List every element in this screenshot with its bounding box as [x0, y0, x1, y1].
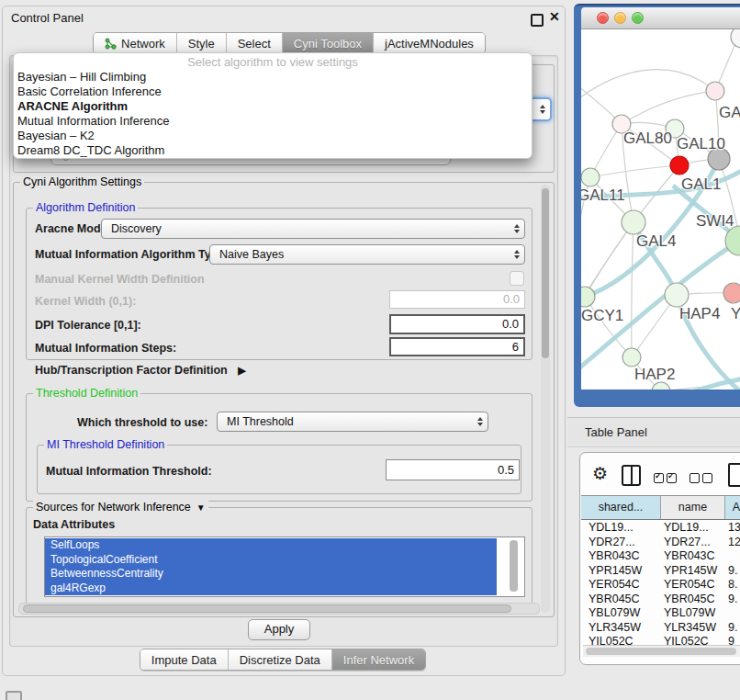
settings-hscrollbar[interactable]	[18, 603, 540, 615]
table-row[interactable]: YER054CYER054C8.	[581, 578, 740, 593]
traffic-lights	[597, 12, 644, 24]
table-cell: 9	[728, 635, 734, 645]
attribute-item[interactable]: SelfLoops	[45, 538, 497, 553]
node-label: GAL10	[677, 135, 725, 152]
settings-scrollbar[interactable]	[541, 185, 550, 613]
table-row[interactable]: YBR045CYBR045C9.	[581, 593, 740, 607]
table-cell: 12	[728, 536, 740, 550]
data-attributes-list[interactable]: SelfLoopsTopologicalCoefficientBetweenne…	[44, 536, 525, 597]
float-panel-icon[interactable]	[531, 14, 544, 27]
tab-infer-network[interactable]: Infer Network	[332, 649, 425, 670]
table-hscrollbar[interactable]	[583, 645, 740, 657]
tab-jactivemnodules[interactable]: jActiveMNodules	[374, 33, 485, 53]
minimize-button[interactable]	[614, 12, 626, 24]
table-row[interactable]: YDL19...YDL19...13	[581, 521, 740, 536]
spinner-icon	[514, 224, 520, 233]
tab-select[interactable]: Select	[227, 33, 283, 53]
network-node-gal-partial[interactable]	[706, 82, 724, 100]
hscrollbar-thumb[interactable]	[23, 604, 511, 613]
threshold-definition-title: Threshold Definition	[33, 387, 140, 400]
attribute-item[interactable]: gal4RGexp	[45, 581, 497, 596]
network-node-HAP4[interactable]	[665, 283, 689, 307]
new-column-icon[interactable]	[728, 463, 740, 487]
aracne-mode-select[interactable]: Discovery	[101, 219, 525, 239]
column-header[interactable]: shared...	[581, 496, 661, 519]
table-cell: 8.	[728, 578, 737, 593]
docked-panel-icon[interactable]	[6, 691, 22, 700]
split-columns-icon[interactable]	[622, 465, 641, 486]
table-row[interactable]: YPR145WYPR145W9.	[581, 564, 740, 579]
column-header[interactable]: name	[661, 496, 725, 519]
network-edge	[590, 165, 679, 177]
apply-button[interactable]: Apply	[248, 619, 310, 640]
algorithm-option[interactable]: Dream8 DC_TDC Algorithm	[14, 143, 532, 158]
network-node-GAL11[interactable]	[581, 168, 600, 186]
table-cell: YPR145W	[589, 564, 642, 579]
tab-label: Infer Network	[343, 653, 414, 667]
table-cell: YBL079W	[589, 606, 640, 621]
kernel-width-field[interactable]: 0.0	[389, 290, 525, 309]
close-button[interactable]	[597, 12, 609, 24]
table-row[interactable]: YLR345WYLR345W9.	[581, 621, 740, 636]
close-icon[interactable]: ✕	[549, 9, 560, 24]
attribute-item[interactable]: TopologicalCoefficient	[45, 553, 497, 568]
table-row[interactable]: YDR27...YDR27...12	[581, 536, 740, 550]
list-scrollbar-thumb[interactable]	[510, 540, 518, 592]
mi-steps-field[interactable]: 6	[389, 337, 525, 356]
application-window: Control Panel ✕ NetworkStyleSelectCyni T…	[0, 0, 740, 700]
collapse-arrow-icon[interactable]: ▼	[196, 502, 206, 513]
network-window-titlebar[interactable]	[581, 7, 740, 29]
table-hscrollbar-thumb[interactable]	[586, 648, 736, 655]
dpi-tolerance-label: DPI Tolerance [0,1]:	[35, 319, 141, 332]
mi-type-label: Mutual Information Algorithm Type:	[35, 248, 228, 261]
algorithm-option[interactable]: Basic Correlation Inference	[14, 85, 532, 99]
tab-network[interactable]: Network	[94, 33, 177, 53]
mi-threshold-field[interactable]: 0.5	[386, 459, 520, 480]
network-node-GAL1[interactable]	[670, 156, 689, 175]
table-row[interactable]: YBL079WYBL079W	[581, 606, 740, 621]
attribute-item[interactable]: BetweennessCentrality	[45, 567, 497, 581]
network-node-top-right[interactable]	[731, 29, 740, 48]
algorithm-option[interactable]: Mutual Information Inference	[14, 114, 532, 129]
expand-arrow-icon[interactable]: ▶	[238, 365, 245, 376]
network-node-bottom[interactable]	[652, 382, 670, 390]
network-node-pink-y[interactable]	[723, 283, 740, 303]
algorithm-option[interactable]: Bayesian – K2	[14, 129, 532, 143]
table-window: ⚙ shared...nameA YDL19...YDL19...13YDR27…	[579, 452, 740, 665]
network-node-GCY1[interactable]	[581, 287, 595, 307]
table-cell: YIL052C	[664, 635, 709, 645]
algorithm-dropdown-popup: Select algorithm to view settings Bayesi…	[13, 52, 533, 159]
hub-definition-toggle[interactable]: Hub/Transcription Factor Definition ▶	[35, 364, 246, 377]
tab-impute-data[interactable]: Impute Data	[140, 649, 229, 670]
mi-threshold-group-title: MI Threshold Definition	[44, 438, 167, 451]
tab-discretize-data[interactable]: Discretize Data	[229, 649, 332, 670]
algorithm-option[interactable]: ARACNE Algorithm	[14, 99, 532, 114]
mi-threshold-group-title-text: MI Threshold Definition	[47, 438, 164, 451]
node-label: GAL11	[581, 186, 625, 204]
zoom-button[interactable]	[632, 12, 644, 24]
dpi-tolerance-field[interactable]: 0.0	[389, 314, 525, 334]
column-header[interactable]: A	[725, 496, 740, 519]
table-cell: YBL079W	[664, 606, 715, 621]
network-node-GAL4[interactable]	[622, 210, 645, 234]
algorithm-option[interactable]: Bayesian – Hill Climbing	[14, 70, 532, 85]
data-attributes-label: Data Attributes	[33, 518, 115, 531]
mi-type-select[interactable]: Naive Bayes	[209, 244, 525, 265]
tab-label: jActiveMNodules	[385, 37, 474, 51]
node-label: HAP2	[634, 366, 675, 383]
tab-cyni-toolbox[interactable]: Cyni Toolbox	[283, 33, 374, 53]
deselect-all-icon[interactable]	[690, 470, 715, 487]
table-panel-header: Table Panel	[567, 417, 740, 447]
gear-icon[interactable]: ⚙	[592, 463, 608, 484]
table-row[interactable]: YIL052CYIL052C9	[581, 635, 740, 645]
network-node-HAP2[interactable]	[622, 348, 641, 367]
scrollbar-thumb[interactable]	[542, 188, 549, 358]
network-canvas[interactable]: GALGAL80GAL10GAL1GAL11SWI4GAL4GCY1HAP4YH…	[581, 29, 740, 390]
which-threshold-label: Which threshold to use:	[77, 416, 207, 429]
manual-kernel-checkbox[interactable]	[510, 271, 524, 286]
which-threshold-select[interactable]: MI Threshold	[217, 412, 488, 432]
tab-label: Style	[188, 37, 215, 51]
select-all-icon[interactable]	[654, 470, 679, 487]
table-row[interactable]: YBR043CYBR043C	[581, 549, 740, 564]
tab-style[interactable]: Style	[177, 33, 227, 53]
